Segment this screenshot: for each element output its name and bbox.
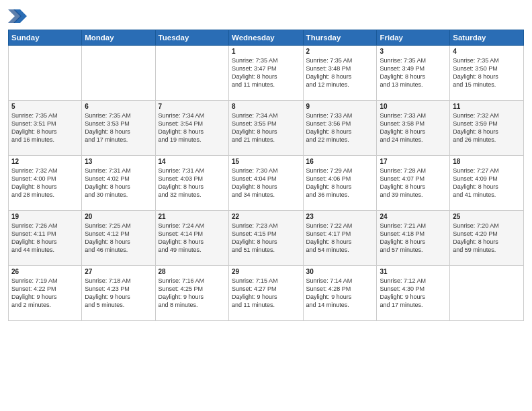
day-info: Sunrise: 7:14 AM Sunset: 4:28 PM Dayligh… (306, 277, 374, 310)
day-cell: 2Sunrise: 7:35 AM Sunset: 3:48 PM Daylig… (303, 46, 377, 101)
header-day-wednesday: Wednesday (229, 30, 304, 46)
day-number: 22 (232, 213, 300, 220)
day-cell: 17Sunrise: 7:28 AM Sunset: 4:07 PM Dayli… (377, 156, 450, 211)
day-cell: 22Sunrise: 7:23 AM Sunset: 4:15 PM Dayli… (229, 211, 304, 266)
day-number: 5 (11, 103, 79, 110)
day-number: 17 (380, 158, 447, 165)
day-info: Sunrise: 7:32 AM Sunset: 4:00 PM Dayligh… (11, 167, 79, 199)
day-cell: 25Sunrise: 7:20 AM Sunset: 4:20 PM Dayli… (450, 211, 524, 266)
day-info: Sunrise: 7:21 AM Sunset: 4:18 PM Dayligh… (380, 222, 447, 255)
header-row: SundayMondayTuesdayWednesdayThursdayFrid… (9, 30, 524, 46)
day-cell (450, 266, 524, 321)
day-number: 23 (306, 213, 374, 220)
day-number: 16 (306, 158, 374, 165)
day-cell: 31Sunrise: 7:12 AM Sunset: 4:30 PM Dayli… (377, 266, 450, 321)
day-cell (82, 46, 155, 101)
day-cell: 23Sunrise: 7:22 AM Sunset: 4:17 PM Dayli… (303, 211, 377, 266)
day-info: Sunrise: 7:35 AM Sunset: 3:47 PM Dayligh… (232, 56, 300, 89)
day-info: Sunrise: 7:25 AM Sunset: 4:12 PM Dayligh… (85, 222, 152, 255)
day-info: Sunrise: 7:35 AM Sunset: 3:48 PM Dayligh… (306, 56, 374, 89)
day-info: Sunrise: 7:15 AM Sunset: 4:27 PM Dayligh… (232, 277, 300, 310)
day-number: 7 (159, 103, 226, 110)
day-cell: 29Sunrise: 7:15 AM Sunset: 4:27 PM Dayli… (229, 266, 304, 321)
day-number: 29 (232, 268, 300, 275)
day-cell: 6Sunrise: 7:35 AM Sunset: 3:53 PM Daylig… (82, 101, 155, 156)
day-number: 3 (380, 48, 447, 55)
header-day-monday: Monday (82, 30, 155, 46)
day-cell: 13Sunrise: 7:31 AM Sunset: 4:02 PM Dayli… (82, 156, 155, 211)
day-number: 9 (306, 103, 374, 110)
day-cell: 11Sunrise: 7:32 AM Sunset: 3:59 PM Dayli… (450, 101, 524, 156)
day-info: Sunrise: 7:31 AM Sunset: 4:02 PM Dayligh… (85, 167, 152, 199)
day-number: 25 (453, 213, 521, 220)
header-day-friday: Friday (377, 30, 450, 46)
day-cell: 5Sunrise: 7:35 AM Sunset: 3:51 PM Daylig… (9, 101, 82, 156)
day-number: 2 (306, 48, 374, 55)
day-info: Sunrise: 7:18 AM Sunset: 4:23 PM Dayligh… (85, 277, 152, 310)
day-info: Sunrise: 7:23 AM Sunset: 4:15 PM Dayligh… (232, 222, 300, 255)
day-number: 8 (232, 103, 300, 110)
day-number: 6 (85, 103, 152, 110)
week-row-5: 26Sunrise: 7:19 AM Sunset: 4:22 PM Dayli… (9, 266, 524, 321)
day-number: 13 (85, 158, 152, 165)
day-info: Sunrise: 7:31 AM Sunset: 4:03 PM Dayligh… (159, 167, 226, 199)
day-number: 31 (380, 268, 447, 275)
logo (8, 7, 30, 26)
week-row-3: 12Sunrise: 7:32 AM Sunset: 4:00 PM Dayli… (9, 156, 524, 211)
day-number: 28 (159, 268, 226, 275)
day-info: Sunrise: 7:20 AM Sunset: 4:20 PM Dayligh… (453, 222, 521, 255)
day-info: Sunrise: 7:32 AM Sunset: 3:59 PM Dayligh… (453, 111, 521, 144)
header-day-thursday: Thursday (303, 30, 377, 46)
day-cell: 30Sunrise: 7:14 AM Sunset: 4:28 PM Dayli… (303, 266, 377, 321)
day-info: Sunrise: 7:27 AM Sunset: 4:09 PM Dayligh… (453, 167, 521, 199)
day-cell: 14Sunrise: 7:31 AM Sunset: 4:03 PM Dayli… (155, 156, 228, 211)
day-info: Sunrise: 7:35 AM Sunset: 3:51 PM Dayligh… (11, 111, 79, 144)
day-cell: 19Sunrise: 7:26 AM Sunset: 4:11 PM Dayli… (9, 211, 82, 266)
day-cell: 28Sunrise: 7:16 AM Sunset: 4:25 PM Dayli… (155, 266, 228, 321)
header-day-tuesday: Tuesday (155, 30, 228, 46)
day-number: 21 (159, 213, 226, 220)
day-info: Sunrise: 7:29 AM Sunset: 4:06 PM Dayligh… (306, 167, 374, 199)
header (8, 7, 524, 26)
day-info: Sunrise: 7:35 AM Sunset: 3:50 PM Dayligh… (453, 56, 521, 89)
day-info: Sunrise: 7:33 AM Sunset: 3:56 PM Dayligh… (306, 111, 374, 144)
day-info: Sunrise: 7:35 AM Sunset: 3:53 PM Dayligh… (85, 111, 152, 144)
day-number: 30 (306, 268, 374, 275)
day-cell: 20Sunrise: 7:25 AM Sunset: 4:12 PM Dayli… (82, 211, 155, 266)
page: SundayMondayTuesdayWednesdayThursdayFrid… (0, 0, 532, 411)
day-cell: 26Sunrise: 7:19 AM Sunset: 4:22 PM Dayli… (9, 266, 82, 321)
day-number: 14 (159, 158, 226, 165)
calendar-header: SundayMondayTuesdayWednesdayThursdayFrid… (9, 30, 524, 46)
calendar: SundayMondayTuesdayWednesdayThursdayFrid… (8, 30, 524, 321)
day-cell: 24Sunrise: 7:21 AM Sunset: 4:18 PM Dayli… (377, 211, 450, 266)
day-number: 4 (453, 48, 521, 55)
day-info: Sunrise: 7:26 AM Sunset: 4:11 PM Dayligh… (11, 222, 79, 255)
day-info: Sunrise: 7:35 AM Sunset: 3:49 PM Dayligh… (380, 56, 447, 89)
day-info: Sunrise: 7:22 AM Sunset: 4:17 PM Dayligh… (306, 222, 374, 255)
day-cell: 16Sunrise: 7:29 AM Sunset: 4:06 PM Dayli… (303, 156, 377, 211)
day-info: Sunrise: 7:19 AM Sunset: 4:22 PM Dayligh… (11, 277, 79, 310)
week-row-1: 1Sunrise: 7:35 AM Sunset: 3:47 PM Daylig… (9, 46, 524, 101)
day-number: 1 (232, 48, 300, 55)
header-day-sunday: Sunday (9, 30, 82, 46)
day-cell (9, 46, 82, 101)
day-info: Sunrise: 7:28 AM Sunset: 4:07 PM Dayligh… (380, 167, 447, 199)
day-number: 15 (232, 158, 300, 165)
day-cell: 1Sunrise: 7:35 AM Sunset: 3:47 PM Daylig… (229, 46, 304, 101)
day-cell (155, 46, 228, 101)
day-number: 11 (453, 103, 521, 110)
day-info: Sunrise: 7:24 AM Sunset: 4:14 PM Dayligh… (159, 222, 226, 255)
logo-icon (8, 7, 27, 26)
day-number: 26 (11, 268, 79, 275)
day-info: Sunrise: 7:30 AM Sunset: 4:04 PM Dayligh… (232, 167, 300, 199)
day-cell: 15Sunrise: 7:30 AM Sunset: 4:04 PM Dayli… (229, 156, 304, 211)
day-number: 24 (380, 213, 447, 220)
day-number: 20 (85, 213, 152, 220)
week-row-2: 5Sunrise: 7:35 AM Sunset: 3:51 PM Daylig… (9, 101, 524, 156)
day-info: Sunrise: 7:16 AM Sunset: 4:25 PM Dayligh… (159, 277, 226, 310)
day-cell: 3Sunrise: 7:35 AM Sunset: 3:49 PM Daylig… (377, 46, 450, 101)
day-cell: 12Sunrise: 7:32 AM Sunset: 4:00 PM Dayli… (9, 156, 82, 211)
day-info: Sunrise: 7:34 AM Sunset: 3:54 PM Dayligh… (159, 111, 226, 144)
day-number: 18 (453, 158, 521, 165)
day-info: Sunrise: 7:33 AM Sunset: 3:58 PM Dayligh… (380, 111, 447, 144)
